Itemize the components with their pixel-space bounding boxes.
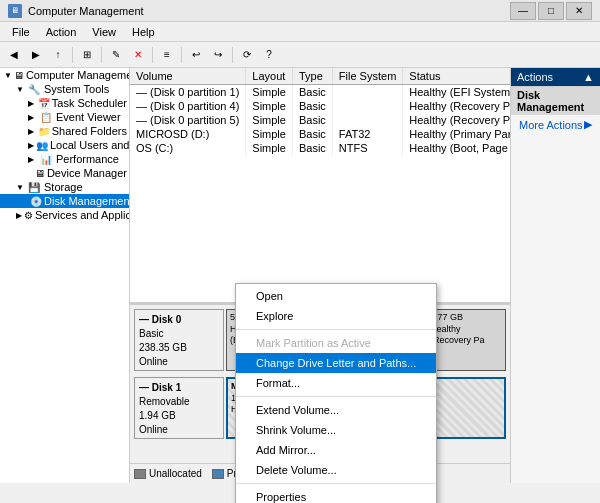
context-sep-1 [236, 329, 436, 330]
context-extend-volume[interactable]: Extend Volume... [236, 400, 436, 420]
title-bar: 🖥 Computer Management — □ ✕ [0, 0, 600, 22]
table-row[interactable]: OS (C:) Simple Basic NTFS Healthy (Boot,… [130, 141, 510, 155]
col-volume[interactable]: Volume [130, 68, 246, 85]
volume-table-area[interactable]: Volume Layout Type File System Status — … [130, 68, 510, 303]
context-mark-active[interactable]: Mark Partition as Active [236, 333, 436, 353]
services-icon: ⚙ [24, 210, 33, 221]
tree-item-system-tools[interactable]: ▼ 🔧 System Tools [0, 82, 129, 96]
context-change-drive-letter[interactable]: Change Drive Letter and Paths... [236, 353, 436, 373]
legend-unallocated-box [134, 469, 146, 479]
menu-view[interactable]: View [84, 24, 124, 40]
actions-title: Actions [517, 71, 553, 83]
tree-arrow: ▶ [28, 99, 36, 108]
maximize-button[interactable]: □ [538, 2, 564, 20]
toolbar-delete[interactable]: ✕ [128, 45, 148, 65]
toolbar-refresh[interactable]: ⟳ [237, 45, 257, 65]
tree-item-device-manager[interactable]: 🖥 Device Manager [0, 166, 129, 180]
volume-table: Volume Layout Type File System Status — … [130, 68, 510, 155]
system-tools-icon: 🔧 [28, 84, 42, 95]
toolbar-sep-2 [101, 47, 102, 63]
menu-bar: File Action View Help [0, 22, 600, 42]
tree-arrow: ▶ [28, 141, 34, 150]
tree-arrow: ▼ [16, 85, 26, 94]
tree-item-services[interactable]: ▶ ⚙ Services and Applications [0, 208, 129, 222]
toolbar-show-hide[interactable]: ⊞ [77, 45, 97, 65]
toolbar-properties[interactable]: ≡ [157, 45, 177, 65]
toolbar-redo[interactable]: ↪ [208, 45, 228, 65]
table-row[interactable]: — (Disk 0 partition 1) Simple Basic Heal… [130, 85, 510, 100]
tree-item-disk-management[interactable]: 💿 Disk Management [0, 194, 129, 208]
disk1-info: — Disk 1 Removable 1.94 GB Online [134, 377, 224, 439]
toolbar-sep-4 [181, 47, 182, 63]
toolbar-sep-5 [232, 47, 233, 63]
actions-more-actions[interactable]: More Actions ▶ [511, 115, 600, 134]
tree-item-event-viewer[interactable]: ▶ 📋 Event Viewer [0, 110, 129, 124]
context-open[interactable]: Open [236, 286, 436, 306]
toolbar-sep-1 [72, 47, 73, 63]
context-explore[interactable]: Explore [236, 306, 436, 326]
col-filesystem[interactable]: File System [332, 68, 402, 85]
window-title: Computer Management [28, 5, 144, 17]
context-menu: Open Explore Mark Partition as Active Ch… [235, 283, 437, 503]
menu-action[interactable]: Action [38, 24, 85, 40]
event-viewer-icon: 📋 [40, 112, 54, 123]
col-type[interactable]: Type [292, 68, 332, 85]
col-status[interactable]: Status [403, 68, 510, 85]
legend-primary-box [212, 469, 224, 479]
context-delete-volume[interactable]: Delete Volume... [236, 460, 436, 480]
context-shrink-volume[interactable]: Shrink Volume... [236, 420, 436, 440]
legend-unallocated: Unallocated [134, 468, 202, 479]
disk-management-icon: 💿 [30, 196, 42, 207]
storage-icon: 💾 [28, 182, 42, 193]
close-button[interactable]: ✕ [566, 2, 592, 20]
toolbar-help[interactable]: ? [259, 45, 279, 65]
col-layout[interactable]: Layout [246, 68, 293, 85]
right-panel: Actions ▲ Disk Management More Actions ▶ [510, 68, 600, 483]
tree-arrow: ▶ [28, 127, 36, 136]
more-actions-arrow-icon: ▶ [584, 118, 592, 131]
toolbar-up[interactable]: ↑ [48, 45, 68, 65]
app-icon: 🖥 [8, 4, 22, 18]
context-sep-2 [236, 396, 436, 397]
actions-header: Actions ▲ [511, 68, 600, 86]
tree-item-performance[interactable]: ▶ 📊 Performance [0, 152, 129, 166]
tree-arrow: ▶ [16, 211, 22, 220]
tree-arrow: ▶ [28, 155, 38, 164]
table-row[interactable]: — (Disk 0 partition 5) Simple Basic Heal… [130, 113, 510, 127]
window-controls: — □ ✕ [510, 2, 592, 20]
local-users-icon: 👥 [36, 140, 48, 151]
toolbar-forward[interactable]: ▶ [26, 45, 46, 65]
tree-item-storage[interactable]: ▼ 💾 Storage [0, 180, 129, 194]
shared-folders-icon: 📁 [38, 126, 50, 137]
tree-item-task-scheduler[interactable]: ▶ 📅 Task Scheduler [0, 96, 129, 110]
table-row[interactable]: MICROSD (D:) Simple Basic FAT32 Healthy … [130, 127, 510, 141]
disk0-partition-recovery2[interactable]: 9.77 GB Healthy (Recovery Pa [426, 309, 506, 371]
disk0-info: — Disk 0 Basic 238.35 GB Online [134, 309, 224, 371]
context-sep-3 [236, 483, 436, 484]
tree-item-computer-mgmt[interactable]: ▼ 🖥 Computer Management (Loca [0, 68, 129, 82]
toolbar-undo[interactable]: ↩ [186, 45, 206, 65]
tree-arrow: ▼ [16, 183, 26, 192]
context-add-mirror[interactable]: Add Mirror... [236, 440, 436, 460]
toolbar: ◀ ▶ ↑ ⊞ ✎ ✕ ≡ ↩ ↪ ⟳ ? [0, 42, 600, 68]
context-format[interactable]: Format... [236, 373, 436, 393]
toolbar-edit[interactable]: ✎ [106, 45, 126, 65]
actions-expand-icon: ▲ [583, 71, 594, 83]
tree-item-shared-folders[interactable]: ▶ 📁 Shared Folders [0, 124, 129, 138]
tree-arrow: ▶ [28, 113, 38, 122]
menu-help[interactable]: Help [124, 24, 163, 40]
tree-item-local-users[interactable]: ▶ 👥 Local Users and Groups [0, 138, 129, 152]
actions-sub-header: Disk Management [511, 86, 600, 115]
toolbar-back[interactable]: ◀ [4, 45, 24, 65]
computer-icon: 🖥 [14, 70, 24, 81]
task-scheduler-icon: 📅 [38, 98, 50, 109]
device-manager-icon: 🖥 [35, 168, 45, 179]
context-properties[interactable]: Properties [236, 487, 436, 503]
left-panel-tree: ▼ 🖥 Computer Management (Loca ▼ 🔧 System… [0, 68, 130, 483]
toolbar-sep-3 [152, 47, 153, 63]
table-row[interactable]: — (Disk 0 partition 4) Simple Basic Heal… [130, 99, 510, 113]
tree-arrow: ▼ [4, 71, 12, 80]
menu-file[interactable]: File [4, 24, 38, 40]
performance-icon: 📊 [40, 154, 54, 165]
minimize-button[interactable]: — [510, 2, 536, 20]
